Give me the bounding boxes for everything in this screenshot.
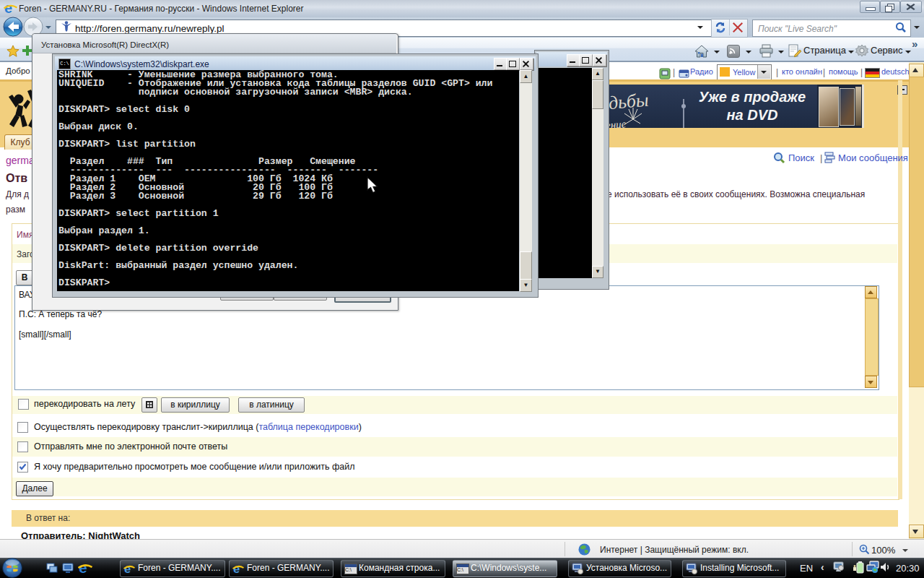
svg-text:e: e xyxy=(4,1,12,15)
svg-text:e: e xyxy=(124,563,131,574)
svg-text:e: e xyxy=(233,563,240,574)
